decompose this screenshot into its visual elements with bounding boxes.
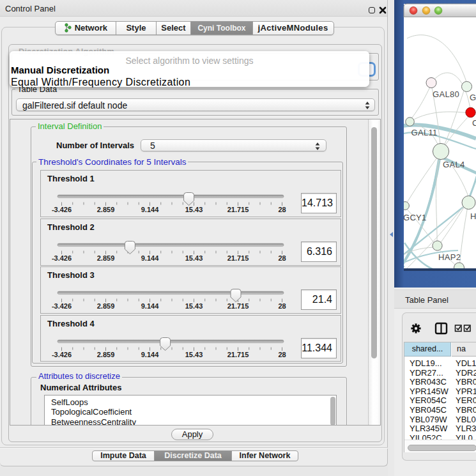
svg-text:C: C [472, 118, 476, 128]
svg-text:H: H [470, 211, 476, 221]
svg-text:HAP2: HAP2 [438, 252, 461, 262]
svg-text:GA: GA [470, 93, 476, 102]
svg-text:GCY1: GCY1 [403, 213, 427, 222]
svg-text:GAL11: GAL11 [411, 128, 438, 137]
svg-text:GAL80: GAL80 [433, 89, 459, 99]
svg-text:GAL4: GAL4 [443, 160, 464, 169]
